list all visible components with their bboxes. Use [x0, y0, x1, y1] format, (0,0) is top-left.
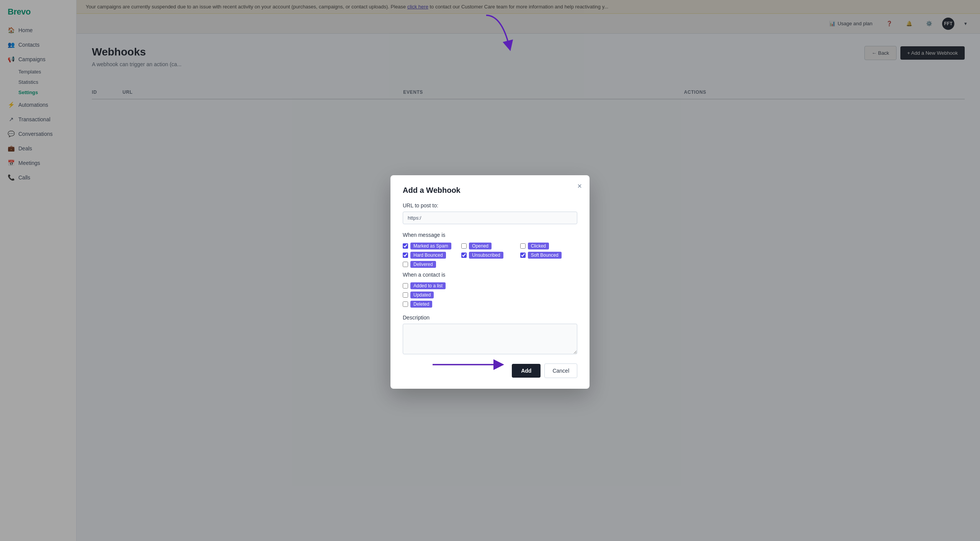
checkbox-row-1: Marked as Spam Opened Clicked — [403, 243, 577, 249]
modal-title: Add a Webhook — [403, 186, 577, 195]
url-label: URL to post to: — [403, 202, 577, 209]
checkbox-clicked[interactable]: Clicked — [520, 243, 577, 249]
checkbox-deleted[interactable]: Deleted — [403, 301, 577, 308]
checkbox-added-list[interactable]: Added to a list — [403, 282, 577, 289]
deleted-tag: Deleted — [410, 301, 432, 308]
hard-bounced-tag: Hard Bounced — [410, 252, 446, 259]
contact-checkbox-group: Added to a list Updated Deleted — [403, 282, 577, 308]
updated-tag: Updated — [410, 292, 434, 298]
marked-spam-tag: Marked as Spam — [410, 243, 451, 249]
modal-overlay: × Add a Webhook URL to post to: When mes… — [0, 0, 980, 541]
add-webhook-modal: × Add a Webhook URL to post to: When mes… — [390, 175, 590, 389]
opened-tag: Opened — [469, 243, 492, 249]
description-label: Description — [403, 314, 577, 321]
when-message-label: When message is — [403, 232, 577, 238]
checkbox-updated[interactable]: Updated — [403, 292, 577, 298]
modal-close-button[interactable]: × — [577, 182, 582, 190]
checkbox-opened[interactable]: Opened — [461, 243, 518, 249]
delivered-tag: Delivered — [410, 261, 436, 268]
bottom-arrow-annotation — [429, 355, 513, 374]
clicked-tag: Clicked — [528, 243, 549, 249]
checkbox-row-3: Delivered — [403, 261, 577, 268]
top-arrow-annotation — [479, 11, 532, 57]
checkbox-soft-bounced[interactable]: Soft Bounced — [520, 252, 577, 259]
url-input[interactable] — [403, 212, 577, 224]
checkbox-delivered[interactable]: Delivered — [403, 261, 460, 268]
added-list-tag: Added to a list — [410, 282, 446, 289]
checkbox-unsubscribed[interactable]: Unsubscribed — [461, 252, 518, 259]
checkbox-row-2: Hard Bounced Unsubscribed Soft Bounced — [403, 252, 577, 259]
unsubscribed-tag: Unsubscribed — [469, 252, 503, 259]
checkbox-hard-bounced[interactable]: Hard Bounced — [403, 252, 460, 259]
when-contact-label: When a contact is — [403, 272, 577, 278]
checkbox-marked-spam[interactable]: Marked as Spam — [403, 243, 460, 249]
description-textarea[interactable] — [403, 324, 577, 354]
soft-bounced-tag: Soft Bounced — [528, 252, 562, 259]
add-button[interactable]: Add — [512, 364, 541, 378]
cancel-button[interactable]: Cancel — [544, 363, 577, 378]
modal-actions: Add Cancel — [403, 363, 577, 378]
